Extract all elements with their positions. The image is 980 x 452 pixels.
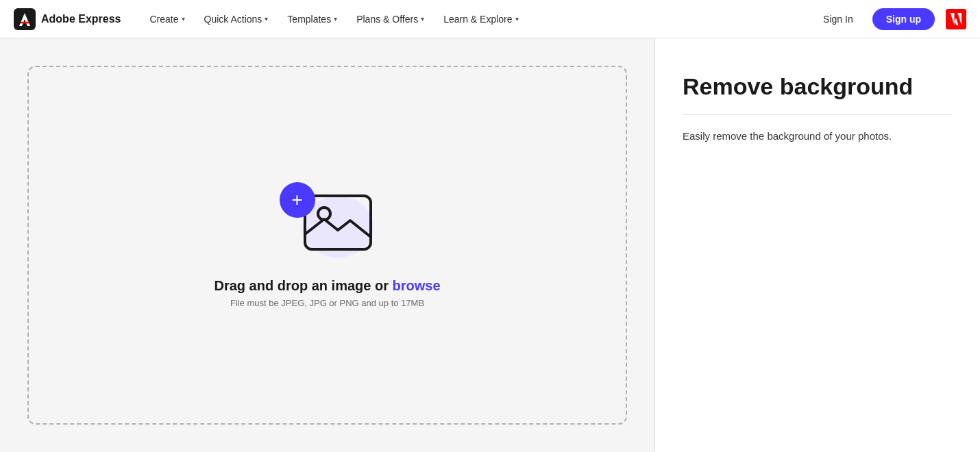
main-content: + Drag and drop an image or browse File … xyxy=(0,38,980,452)
nav-item-quick-actions[interactable]: Quick Actions ▾ xyxy=(196,10,277,29)
nav-right: Sign In Sign up xyxy=(815,8,966,30)
browse-link[interactable]: browse xyxy=(393,278,441,293)
plus-circle: + xyxy=(280,182,315,218)
nav-item-templates[interactable]: Templates ▾ xyxy=(279,10,345,29)
nav-label-templates: Templates xyxy=(287,14,331,25)
sign-in-button[interactable]: Sign In xyxy=(815,10,861,29)
logo[interactable]: Adobe Express xyxy=(14,8,121,30)
nav-label-create: Create xyxy=(149,14,178,25)
chevron-down-icon: ▾ xyxy=(334,15,337,23)
nav-label-plans: Plans & Offers xyxy=(356,14,418,25)
nav-item-learn[interactable]: Learn & Explore ▾ xyxy=(435,10,526,29)
sign-up-button[interactable]: Sign up xyxy=(872,8,935,30)
chevron-down-icon: ▾ xyxy=(421,15,424,23)
panel-title: Remove background xyxy=(683,73,953,101)
panel-description: Easily remove the background of your pho… xyxy=(683,129,953,145)
drop-zone-container: + Drag and drop an image or browse File … xyxy=(0,38,654,452)
chevron-down-icon: ▾ xyxy=(182,15,185,23)
chevron-down-icon: ▾ xyxy=(515,15,519,23)
adobe-logo xyxy=(946,9,966,29)
nav-item-plans[interactable]: Plans & Offers ▾ xyxy=(348,10,432,29)
nav-item-create[interactable]: Create ▾ xyxy=(141,10,193,29)
adobe-express-logo-icon xyxy=(14,8,36,30)
file-requirement-text: File must be JPEG, JPG or PNG and up to … xyxy=(214,298,440,308)
drop-text-area: Drag and drop an image or browse File mu… xyxy=(214,278,440,308)
nav-label-quick-actions: Quick Actions xyxy=(204,14,262,25)
right-panel: Remove background Easily remove the back… xyxy=(654,38,980,452)
drag-text-static: Drag and drop an image or xyxy=(214,278,392,293)
logo-text: Adobe Express xyxy=(41,13,121,25)
upload-icon-area: + xyxy=(280,182,376,264)
navbar: Adobe Express Create ▾ Quick Actions ▾ T… xyxy=(0,0,980,38)
nav-links: Create ▾ Quick Actions ▾ Templates ▾ Pla… xyxy=(141,10,815,29)
chevron-down-icon: ▾ xyxy=(265,15,268,23)
nav-label-learn: Learn & Explore xyxy=(443,14,512,25)
plus-icon: + xyxy=(291,190,302,210)
panel-divider xyxy=(683,114,953,115)
drag-drop-text: Drag and drop an image or browse xyxy=(214,278,440,294)
drop-zone[interactable]: + Drag and drop an image or browse File … xyxy=(27,66,627,425)
